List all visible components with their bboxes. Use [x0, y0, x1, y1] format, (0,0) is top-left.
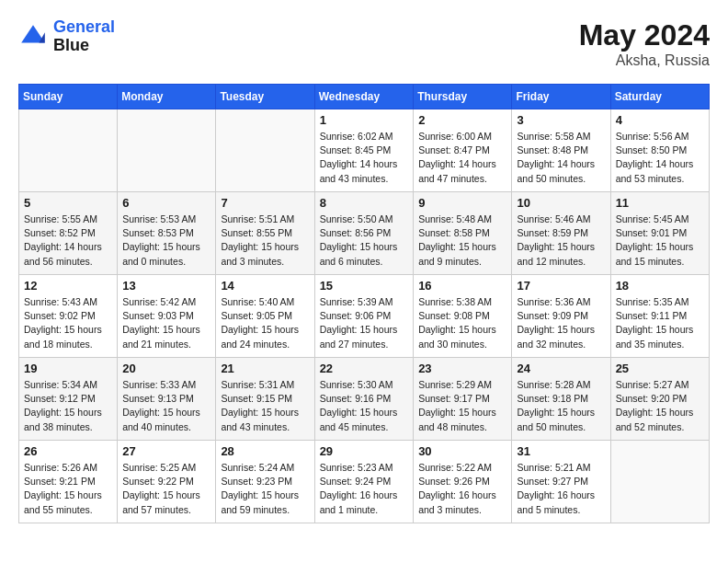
- day-number: 18: [616, 279, 704, 293]
- day-number: 24: [517, 362, 605, 375]
- day-number: 11: [616, 196, 704, 210]
- day-cell-30: 30Sunrise: 5:22 AMSunset: 9:26 PMDayligh…: [414, 441, 512, 523]
- empty-cell: [610, 441, 709, 523]
- day-cell-2: 2Sunrise: 6:00 AMSunset: 8:47 PMDaylight…: [414, 109, 512, 192]
- day-info: Sunrise: 5:46 AMSunset: 8:59 PMDaylight:…: [517, 213, 605, 269]
- logo: General Blue: [18, 18, 115, 55]
- day-cell-19: 19Sunrise: 5:34 AMSunset: 9:12 PMDayligh…: [19, 358, 118, 441]
- day-cell-26: 26Sunrise: 5:26 AMSunset: 9:21 PMDayligh…: [19, 441, 118, 523]
- day-number: 29: [320, 444, 409, 458]
- day-number: 28: [221, 444, 309, 458]
- empty-cell: [19, 109, 118, 192]
- day-number: 15: [320, 279, 409, 293]
- day-info: Sunrise: 6:00 AMSunset: 8:47 PMDaylight:…: [418, 130, 506, 186]
- week-row-3: 12Sunrise: 5:43 AMSunset: 9:02 PMDayligh…: [19, 275, 710, 358]
- day-info: Sunrise: 5:40 AMSunset: 9:05 PMDaylight:…: [221, 295, 309, 351]
- day-cell-7: 7Sunrise: 5:51 AMSunset: 8:55 PMDaylight…: [216, 192, 314, 275]
- day-cell-14: 14Sunrise: 5:40 AMSunset: 9:05 PMDayligh…: [216, 275, 314, 358]
- day-info: Sunrise: 5:26 AMSunset: 9:21 PMDaylight:…: [24, 461, 112, 517]
- day-cell-29: 29Sunrise: 5:23 AMSunset: 9:24 PMDayligh…: [314, 441, 414, 523]
- day-number: 25: [616, 362, 704, 375]
- day-info: Sunrise: 5:23 AMSunset: 9:24 PMDaylight:…: [320, 461, 409, 517]
- day-number: 13: [122, 279, 210, 293]
- day-cell-5: 5Sunrise: 5:55 AMSunset: 8:52 PMDaylight…: [19, 192, 118, 275]
- month-year: May 2024: [579, 18, 710, 52]
- week-row-1: 1Sunrise: 6:02 AMSunset: 8:45 PMDaylight…: [19, 109, 710, 192]
- day-cell-15: 15Sunrise: 5:39 AMSunset: 9:06 PMDayligh…: [314, 275, 414, 358]
- day-info: Sunrise: 6:02 AMSunset: 8:45 PMDaylight:…: [320, 130, 409, 186]
- day-info: Sunrise: 5:50 AMSunset: 8:56 PMDaylight:…: [320, 213, 409, 269]
- day-number: 1: [320, 113, 409, 127]
- day-info: Sunrise: 5:31 AMSunset: 9:15 PMDaylight:…: [221, 378, 309, 434]
- day-cell-9: 9Sunrise: 5:48 AMSunset: 8:58 PMDaylight…: [414, 192, 512, 275]
- week-row-5: 26Sunrise: 5:26 AMSunset: 9:21 PMDayligh…: [19, 441, 710, 523]
- day-info: Sunrise: 5:30 AMSunset: 9:16 PMDaylight:…: [320, 378, 409, 434]
- day-number: 14: [221, 279, 309, 293]
- day-cell-13: 13Sunrise: 5:42 AMSunset: 9:03 PMDayligh…: [118, 275, 216, 358]
- day-number: 5: [24, 196, 112, 210]
- day-number: 30: [418, 444, 506, 458]
- week-row-4: 19Sunrise: 5:34 AMSunset: 9:12 PMDayligh…: [19, 358, 710, 441]
- day-cell-6: 6Sunrise: 5:53 AMSunset: 8:53 PMDaylight…: [118, 192, 216, 275]
- day-number: 10: [517, 196, 605, 210]
- day-cell-1: 1Sunrise: 6:02 AMSunset: 8:45 PMDaylight…: [314, 109, 414, 192]
- day-cell-8: 8Sunrise: 5:50 AMSunset: 8:56 PMDaylight…: [314, 192, 414, 275]
- day-info: Sunrise: 5:24 AMSunset: 9:23 PMDaylight:…: [221, 461, 309, 517]
- day-info: Sunrise: 5:21 AMSunset: 9:27 PMDaylight:…: [517, 461, 605, 517]
- day-number: 16: [418, 279, 506, 293]
- day-number: 6: [122, 196, 210, 210]
- day-cell-24: 24Sunrise: 5:28 AMSunset: 9:18 PMDayligh…: [512, 358, 610, 441]
- weekday-header-sunday: Sunday: [19, 85, 118, 109]
- day-number: 26: [24, 444, 112, 458]
- weekday-header-wednesday: Wednesday: [314, 85, 414, 109]
- day-cell-3: 3Sunrise: 5:58 AMSunset: 8:48 PMDaylight…: [512, 109, 610, 192]
- day-cell-21: 21Sunrise: 5:31 AMSunset: 9:15 PMDayligh…: [216, 358, 314, 441]
- day-info: Sunrise: 5:28 AMSunset: 9:18 PMDaylight:…: [517, 378, 605, 434]
- day-number: 27: [122, 444, 210, 458]
- day-number: 20: [122, 362, 210, 375]
- day-cell-20: 20Sunrise: 5:33 AMSunset: 9:13 PMDayligh…: [118, 358, 216, 441]
- day-info: Sunrise: 5:56 AMSunset: 8:50 PMDaylight:…: [616, 130, 704, 186]
- day-cell-27: 27Sunrise: 5:25 AMSunset: 9:22 PMDayligh…: [118, 441, 216, 523]
- weekday-header-saturday: Saturday: [610, 85, 709, 109]
- day-number: 2: [418, 113, 506, 127]
- day-info: Sunrise: 5:53 AMSunset: 8:53 PMDaylight:…: [122, 213, 210, 269]
- day-info: Sunrise: 5:45 AMSunset: 9:01 PMDaylight:…: [616, 213, 704, 269]
- day-cell-16: 16Sunrise: 5:38 AMSunset: 9:08 PMDayligh…: [414, 275, 512, 358]
- day-info: Sunrise: 5:43 AMSunset: 9:02 PMDaylight:…: [24, 295, 112, 351]
- day-cell-10: 10Sunrise: 5:46 AMSunset: 8:59 PMDayligh…: [512, 192, 610, 275]
- location: Aksha, Russia: [579, 52, 710, 69]
- day-number: 7: [221, 196, 309, 210]
- day-number: 8: [320, 196, 409, 210]
- day-number: 12: [24, 279, 112, 293]
- calendar: SundayMondayTuesdayWednesdayThursdayFrid…: [18, 84, 710, 523]
- weekday-header-tuesday: Tuesday: [216, 85, 314, 109]
- weekday-header-monday: Monday: [118, 85, 216, 109]
- day-cell-23: 23Sunrise: 5:29 AMSunset: 9:17 PMDayligh…: [414, 358, 512, 441]
- weekday-header-thursday: Thursday: [414, 85, 512, 109]
- day-number: 3: [517, 113, 605, 127]
- week-row-2: 5Sunrise: 5:55 AMSunset: 8:52 PMDaylight…: [19, 192, 710, 275]
- day-info: Sunrise: 5:33 AMSunset: 9:13 PMDaylight:…: [122, 378, 210, 434]
- day-info: Sunrise: 5:39 AMSunset: 9:06 PMDaylight:…: [320, 295, 409, 351]
- day-cell-22: 22Sunrise: 5:30 AMSunset: 9:16 PMDayligh…: [314, 358, 414, 441]
- day-info: Sunrise: 5:22 AMSunset: 9:26 PMDaylight:…: [418, 461, 506, 517]
- empty-cell: [118, 109, 216, 192]
- day-cell-4: 4Sunrise: 5:56 AMSunset: 8:50 PMDaylight…: [610, 109, 709, 192]
- title-block: May 2024 Aksha, Russia: [579, 18, 710, 69]
- day-info: Sunrise: 5:48 AMSunset: 8:58 PMDaylight:…: [418, 213, 506, 269]
- day-cell-25: 25Sunrise: 5:27 AMSunset: 9:20 PMDayligh…: [610, 358, 709, 441]
- day-info: Sunrise: 5:25 AMSunset: 9:22 PMDaylight:…: [122, 461, 210, 517]
- day-cell-28: 28Sunrise: 5:24 AMSunset: 9:23 PMDayligh…: [216, 441, 314, 523]
- day-number: 4: [616, 113, 704, 127]
- day-info: Sunrise: 5:51 AMSunset: 8:55 PMDaylight:…: [221, 213, 309, 269]
- weekday-header-friday: Friday: [512, 85, 610, 109]
- day-number: 22: [320, 362, 409, 375]
- day-number: 19: [24, 362, 112, 375]
- day-cell-12: 12Sunrise: 5:43 AMSunset: 9:02 PMDayligh…: [19, 275, 118, 358]
- day-number: 17: [517, 279, 605, 293]
- day-number: 9: [418, 196, 506, 210]
- page-header: General Blue May 2024 Aksha, Russia: [18, 18, 710, 69]
- day-cell-31: 31Sunrise: 5:21 AMSunset: 9:27 PMDayligh…: [512, 441, 610, 523]
- day-cell-18: 18Sunrise: 5:35 AMSunset: 9:11 PMDayligh…: [610, 275, 709, 358]
